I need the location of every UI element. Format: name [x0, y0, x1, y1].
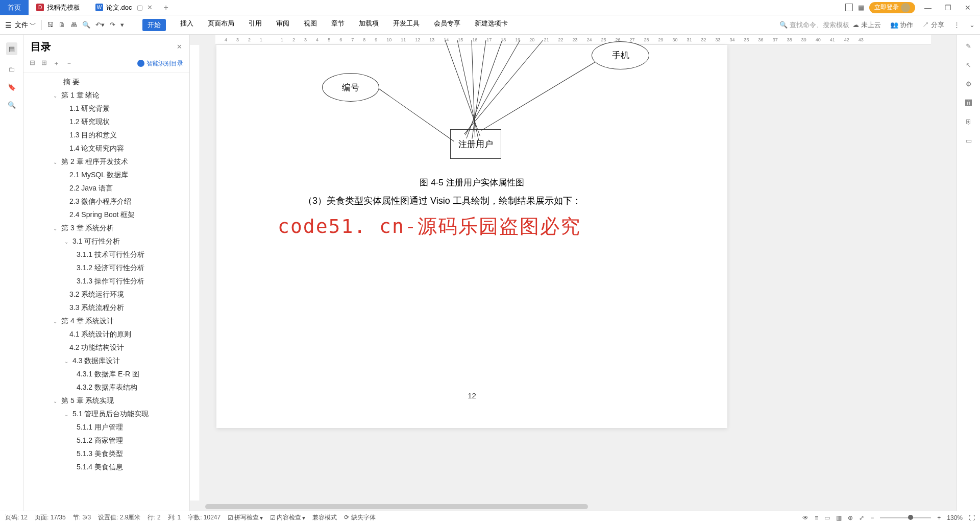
- chevron-down-icon[interactable]: ⌄: [53, 93, 59, 99]
- print-icon[interactable]: 🖶: [70, 21, 77, 29]
- toc-item[interactable]: 4.3.2 数据库表结构: [23, 381, 189, 394]
- ot-add-icon[interactable]: ＋: [53, 59, 60, 68]
- cursor-icon[interactable]: ↖: [966, 61, 971, 69]
- toc-item[interactable]: 1.1 研究背景: [23, 102, 189, 115]
- toc-item[interactable]: ⌄3.1 可行性分析: [23, 235, 189, 248]
- smart-toc-button[interactable]: 智能识别目录: [137, 59, 183, 68]
- preview-icon[interactable]: 🔍: [82, 21, 90, 29]
- more-quick-icon[interactable]: ▾: [120, 21, 124, 29]
- toc-item[interactable]: 2.3 微信小程序介绍: [23, 195, 189, 208]
- web-view-icon[interactable]: ⊕: [848, 514, 853, 521]
- toc-item[interactable]: ⌄第 1 章 绪论: [23, 89, 189, 102]
- file-menu[interactable]: 文件﹀: [15, 20, 36, 30]
- page-canvas[interactable]: 编号 手机 注册用户 图 4-5 注册用户实体属性图 （3）美食类型实体属性图通…: [216, 45, 727, 428]
- zoom-thumb[interactable]: [908, 515, 913, 520]
- book-view-icon[interactable]: ▥: [836, 514, 842, 521]
- toc-item[interactable]: ⌄4.3 数据库设计: [23, 354, 189, 368]
- login-button[interactable]: 立即登录: [869, 2, 915, 13]
- redo-icon[interactable]: ↷: [110, 21, 115, 29]
- save-icon[interactable]: 🖫: [47, 21, 54, 29]
- zoom-value[interactable]: 130%: [947, 514, 963, 521]
- outline-tree[interactable]: 摘 要⌄第 1 章 绪论1.1 研究背景1.2 研究现状1.3 目的和意义1.4…: [23, 73, 189, 511]
- tab-home[interactable]: 首页: [0, 0, 29, 15]
- toc-item[interactable]: ⌄第 3 章 系统分析: [23, 222, 189, 235]
- toc-item[interactable]: 3.1.3 操作可行性分析: [23, 275, 189, 288]
- compat-mode[interactable]: 兼容模式: [312, 513, 337, 522]
- chevron-down-icon[interactable]: ⌄: [64, 239, 70, 245]
- toc-item[interactable]: ⌄第 2 章 程序开发技术: [23, 155, 189, 169]
- grid-icon[interactable]: ▦: [858, 4, 864, 11]
- zoom-out-button[interactable]: −: [870, 514, 874, 521]
- toc-item[interactable]: 3.2 系统运行环境: [23, 288, 189, 301]
- chevron-down-icon[interactable]: ⌄: [53, 159, 59, 165]
- share-button[interactable]: ↗ 分享: [922, 20, 944, 30]
- toc-item[interactable]: 4.2 功能结构设计: [23, 341, 189, 354]
- maximize-button[interactable]: ❐: [941, 4, 955, 12]
- tab-popout-icon[interactable]: ▢: [137, 4, 143, 11]
- ot-collapse-icon[interactable]: ⊟: [30, 59, 35, 68]
- status-section[interactable]: 节: 3/3: [73, 513, 91, 522]
- book-icon[interactable]: ▭: [966, 137, 972, 145]
- chevron-down-icon[interactable]: ⌄: [64, 359, 70, 364]
- list-view-icon[interactable]: ≡: [815, 514, 818, 521]
- pencil-icon[interactable]: ✎: [966, 42, 971, 50]
- toc-item[interactable]: 3.1.2 经济可行性分析: [23, 261, 189, 275]
- zoom100-icon[interactable]: ⤢: [859, 514, 864, 521]
- ribbon-tab-8[interactable]: 开发工具: [393, 19, 420, 31]
- tab-close-icon[interactable]: ✕: [147, 4, 153, 11]
- toc-item[interactable]: 5.1.1 用户管理: [23, 421, 189, 434]
- spellcheck-toggle[interactable]: ☑拼写检查 ▾: [228, 513, 263, 522]
- folder-icon[interactable]: 🗀: [8, 65, 15, 73]
- chevron-down-icon[interactable]: ⌄: [53, 398, 59, 404]
- chevron-down-icon[interactable]: ⌄: [53, 319, 59, 324]
- ribbon-tab-1[interactable]: 插入: [180, 19, 193, 31]
- chevron-down-icon[interactable]: ⌄: [64, 412, 70, 417]
- toc-item[interactable]: 5.1.2 商家管理: [23, 434, 189, 447]
- horizontal-scrollbar[interactable]: [190, 503, 957, 511]
- ribbon-tab-10[interactable]: 新建选项卡: [475, 19, 508, 31]
- ribbon-tab-3[interactable]: 引用: [249, 19, 262, 31]
- toc-item[interactable]: ⌄5.1 管理员后台功能实现: [23, 408, 189, 421]
- bookmark-icon[interactable]: 🔖: [8, 83, 16, 91]
- chevron-down-icon[interactable]: ⌄: [53, 226, 59, 231]
- outline-icon[interactable]: ▤: [6, 42, 17, 55]
- translate-icon[interactable]: 🅰: [965, 99, 972, 107]
- ribbon-tab-2[interactable]: 页面布局: [208, 19, 234, 31]
- more-menu-icon[interactable]: ⋮: [953, 21, 960, 29]
- save-as-icon[interactable]: 🗎: [59, 21, 65, 29]
- status-page[interactable]: 页面: 17/35: [35, 513, 66, 522]
- status-page-code[interactable]: 页码: 12: [5, 513, 28, 522]
- contentcheck-toggle[interactable]: ☑内容检查 ▾: [270, 513, 305, 522]
- eye-icon[interactable]: 👁: [802, 514, 808, 521]
- zoom-in-button[interactable]: +: [937, 514, 941, 521]
- hamburger-icon[interactable]: ☰: [5, 21, 12, 29]
- layout-icon[interactable]: [845, 4, 853, 11]
- toc-item[interactable]: 2.4 Spring Boot 框架: [23, 208, 189, 222]
- toc-item[interactable]: 2.2 Java 语言: [23, 182, 189, 195]
- toc-item[interactable]: 4.1 系统设计的原则: [23, 328, 189, 341]
- collapse-ribbon-icon[interactable]: ⌄: [969, 21, 975, 29]
- page-view-icon[interactable]: ▭: [824, 514, 830, 521]
- toc-item[interactable]: 5.1.4 美食信息: [23, 461, 189, 474]
- ribbon-tab-7[interactable]: 加载项: [359, 19, 379, 31]
- status-line[interactable]: 行: 2: [148, 513, 160, 522]
- slider-icon[interactable]: ⚙: [966, 80, 972, 88]
- tab-document[interactable]: W 论文.doc ▢ ✕: [88, 0, 158, 15]
- toc-item[interactable]: ⌄第 4 章 系统设计: [23, 315, 189, 328]
- toc-item[interactable]: 4.3.1 数据库 E-R 图: [23, 368, 189, 381]
- undo-icon[interactable]: ↶▾: [95, 21, 105, 29]
- zoom-slider[interactable]: [880, 517, 931, 518]
- new-tab-button[interactable]: +: [158, 3, 175, 12]
- toc-item[interactable]: 2.1 MySQL 数据库: [23, 169, 189, 182]
- toc-item[interactable]: 摘 要: [23, 76, 189, 89]
- ribbon-tab-6[interactable]: 章节: [331, 19, 345, 31]
- toc-item[interactable]: ⌄第 5 章 系统实现: [23, 394, 189, 408]
- fullscreen-icon[interactable]: ⛶: [969, 514, 975, 521]
- toc-item[interactable]: 1.2 研究现状: [23, 115, 189, 129]
- ribbon-tab-4[interactable]: 审阅: [276, 19, 289, 31]
- shield-icon[interactable]: ⛨: [965, 118, 972, 126]
- ribbon-tab-0[interactable]: 开始: [142, 19, 166, 31]
- ot-expand-icon[interactable]: ⊞: [41, 59, 47, 68]
- ribbon-tab-9[interactable]: 会员专享: [434, 19, 460, 31]
- close-button[interactable]: ✕: [961, 4, 975, 12]
